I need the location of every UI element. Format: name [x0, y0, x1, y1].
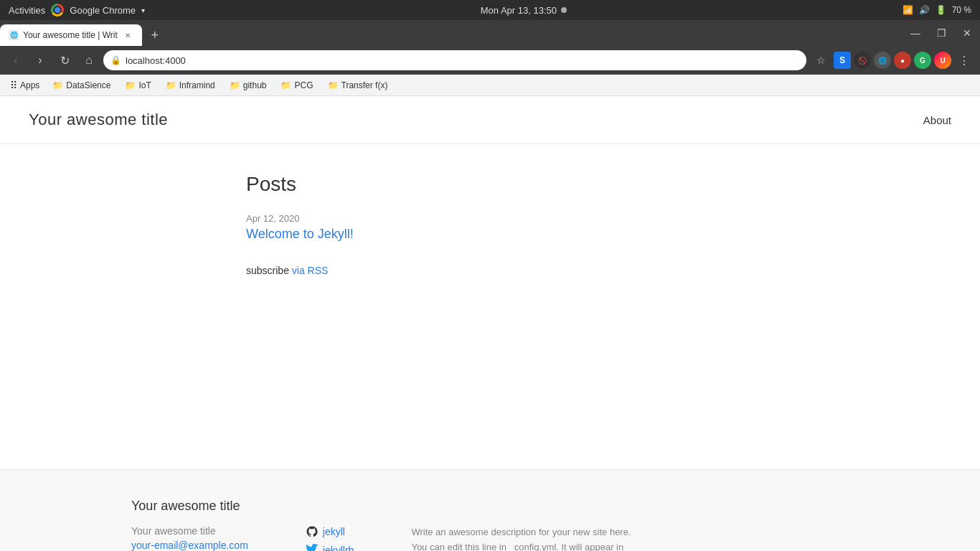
rss-link[interactable]: via RSS — [292, 265, 329, 276]
address-bar[interactable]: 🔒 localhost:4000 — [103, 50, 806, 70]
folder-icon: 📁 — [328, 80, 339, 90]
bookmark-transfer[interactable]: 📁 Transfer f(x) — [322, 79, 394, 92]
tab-favicon: 🌐 — [9, 30, 19, 40]
site-header: Your awesome title About — [0, 96, 980, 144]
bookmark-label: DataSience — [66, 80, 110, 90]
twitter-icon — [306, 544, 319, 551]
tab-title: Your awesome title | Writ — [23, 30, 118, 40]
maximize-button[interactable]: ❐ — [928, 20, 954, 46]
post-item: Apr 12, 2020 Welcome to Jekyll! — [246, 213, 734, 242]
datetime-label: Mon Apr 13, 13:50 — [481, 5, 557, 16]
footer-email-link[interactable]: your-email@example.com — [131, 540, 248, 551]
home-button[interactable]: ⌂ — [79, 50, 99, 70]
twitter-link[interactable]: jekyllrb — [306, 544, 354, 551]
address-bar-row: ‹ › ↻ ⌂ 🔒 localhost:4000 ☆ S 🚫 🌐 ● G U ⋮ — [0, 46, 980, 75]
footer-col-desc-wrapper: Write an awesome description for your ne… — [411, 525, 641, 551]
page-content: Your awesome title About Posts Apr 12, 2… — [0, 96, 980, 469]
site-nav: About — [923, 114, 951, 126]
bookmarks-bar: ⠿ Apps 📁 DataSience 📁 IoT 📁 Inframind 📁 … — [0, 75, 980, 96]
footer-col-contact: Your awesome title your-email@example.co… — [131, 525, 248, 551]
bookmark-label: PCG — [294, 80, 313, 90]
bookmark-label: Transfer f(x) — [341, 80, 388, 90]
url-display: localhost:4000 — [126, 55, 186, 66]
apps-button[interactable]: ⠿ Apps — [6, 78, 44, 93]
tab-close-button[interactable]: ✕ — [122, 29, 133, 41]
profile-avatar[interactable]: U — [934, 52, 951, 69]
tab-bar: 🌐 Your awesome title | Writ ✕ + — ❐ ✕ — [0, 20, 980, 46]
footer-description: Write an awesome description for your ne… — [411, 525, 641, 551]
forward-button[interactable]: › — [30, 50, 50, 70]
new-tab-button[interactable]: + — [145, 25, 165, 45]
bookmark-inframind[interactable]: 📁 Inframind — [160, 79, 221, 92]
post-date: Apr 12, 2020 — [246, 213, 734, 224]
back-button[interactable]: ‹ — [6, 50, 26, 70]
chrome-icon — [51, 4, 64, 17]
site-main: Posts Apr 12, 2020 Welcome to Jekyll! su… — [232, 144, 748, 305]
folder-icon: 📁 — [125, 80, 136, 90]
lock-icon: 🔒 — [110, 55, 121, 65]
ext-icon-5[interactable]: G — [914, 52, 931, 69]
footer-title: Your awesome title — [131, 499, 849, 514]
ext-icon-3[interactable]: 🌐 — [874, 52, 891, 69]
github-icon — [306, 525, 319, 538]
wifi-icon: 📶 — [903, 5, 913, 15]
about-nav-link[interactable]: About — [923, 114, 951, 126]
site-title[interactable]: Your awesome title — [29, 110, 168, 129]
bookmark-label: github — [243, 80, 267, 90]
ext-icon-4[interactable]: ● — [894, 52, 911, 69]
folder-icon: 📁 — [230, 80, 240, 90]
os-topbar: Activities Google Chrome ▾ Mon Apr 13, 1… — [0, 0, 980, 20]
subscribe-label: subscribe — [246, 265, 289, 276]
close-button[interactable]: ✕ — [954, 20, 980, 46]
reload-button[interactable]: ↻ — [55, 50, 75, 70]
folder-icon: 📁 — [281, 80, 291, 90]
activities-label[interactable]: Activities — [9, 5, 45, 16]
minimize-button[interactable]: — — [903, 20, 928, 46]
folder-icon: 📁 — [166, 80, 176, 90]
menu-icon[interactable]: ⋮ — [954, 50, 974, 70]
apps-grid-icon: ⠿ — [10, 80, 17, 91]
bookmark-pcg[interactable]: 📁 PCG — [275, 79, 319, 92]
github-username: jekyll — [323, 526, 345, 537]
site-footer: Your awesome title Your awesome title yo… — [0, 469, 980, 551]
bookmark-label: IoT — [138, 80, 151, 90]
footer-col-social: jekyll jekyllrb — [306, 525, 354, 551]
address-bar-actions: ☆ S 🚫 🌐 ● G U ⋮ — [811, 50, 974, 70]
footer-site-name: Your awesome title — [131, 525, 248, 537]
volume-icon: 🔊 — [919, 5, 930, 15]
battery-icon: 🔋 — [936, 5, 946, 15]
recording-dot-icon — [561, 7, 567, 13]
footer-cols: Your awesome title your-email@example.co… — [131, 525, 849, 551]
subscribe-section: subscribe via RSS — [246, 265, 734, 276]
bookmark-github[interactable]: 📁 github — [224, 79, 273, 92]
post-link[interactable]: Welcome to Jekyll! — [246, 227, 354, 241]
browser-chrome: 🌐 Your awesome title | Writ ✕ + — ❐ ✕ ‹ … — [0, 20, 980, 96]
bookmark-iot[interactable]: 📁 IoT — [119, 79, 156, 92]
apps-label: Apps — [20, 80, 39, 90]
ext-icon-2[interactable]: 🚫 — [854, 52, 871, 69]
folder-icon: 📁 — [52, 80, 63, 90]
bookmark-datasience[interactable]: 📁 DataSience — [47, 79, 116, 92]
active-tab[interactable]: 🌐 Your awesome title | Writ ✕ — [0, 24, 142, 46]
twitter-username: jekyllrb — [323, 545, 354, 551]
ext-icon-1[interactable]: S — [834, 52, 851, 69]
browser-name-label: Google Chrome — [70, 5, 136, 16]
github-link[interactable]: jekyll — [306, 525, 354, 538]
posts-heading: Posts — [246, 173, 734, 196]
footer-inner: Your awesome title Your awesome title yo… — [131, 499, 849, 551]
dropdown-arrow-icon: ▾ — [141, 6, 145, 14]
battery-label: 70 % — [952, 5, 971, 15]
bookmark-label: Inframind — [179, 80, 215, 90]
star-icon[interactable]: ☆ — [811, 50, 831, 70]
